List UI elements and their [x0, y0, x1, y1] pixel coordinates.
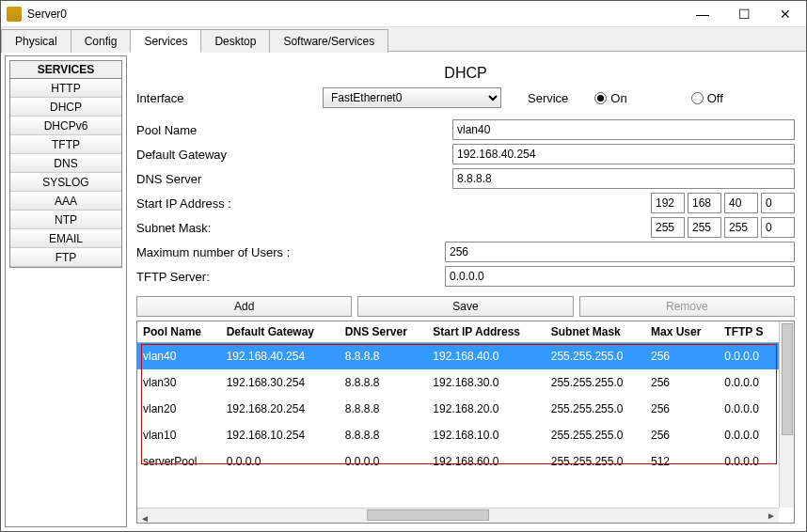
dns-input[interactable] [452, 168, 795, 189]
start-ip-label: Start IP Address : [136, 196, 315, 211]
radio-off-icon [691, 92, 704, 104]
scroll-right-icon[interactable]: ► [764, 509, 779, 522]
start-ip-octet-2[interactable] [688, 193, 721, 213]
col-header[interactable]: DNS Server [340, 321, 427, 343]
pool-table: Pool NameDefault GatewayDNS ServerStart … [137, 321, 779, 475]
main-tabs: PhysicalConfigServicesDesktopSoftware/Se… [1, 27, 806, 52]
start-ip-octet-3[interactable] [724, 193, 758, 213]
service-on-radio[interactable]: On [594, 91, 626, 105]
sidebar-item-tftp[interactable]: TFTP [10, 135, 121, 154]
content-area: SERVICES HTTPDHCPDHCPv6TFTPDNSSYSLOGAAAN… [1, 52, 806, 531]
page-title: DHCP [136, 65, 795, 82]
tftp-input[interactable] [445, 266, 795, 287]
pool-name-label: Pool Name [136, 123, 315, 137]
col-header[interactable]: Default Gateway [221, 321, 340, 343]
sidebar-item-dhcp[interactable]: DHCP [10, 98, 121, 117]
remove-button[interactable]: Remove [579, 296, 795, 317]
minimize-button[interactable]: — [682, 1, 723, 27]
start-ip-octet-4[interactable] [761, 193, 795, 213]
col-header[interactable]: Start IP Address [427, 321, 545, 343]
scroll-left-icon[interactable]: ◄ [137, 512, 152, 524]
service-label: Service [528, 91, 568, 105]
app-icon [7, 7, 22, 22]
titlebar: Server0 — ☐ ✕ [1, 1, 806, 27]
sidebar-item-http[interactable]: HTTP [10, 79, 121, 98]
sidebar-item-aaa[interactable]: AAA [10, 192, 121, 211]
mask-octet-2[interactable] [688, 217, 721, 238]
table-row[interactable]: vlan20192.168.20.2548.8.8.8192.168.20.02… [137, 396, 779, 422]
mask-octet-3[interactable] [724, 217, 758, 238]
gateway-input[interactable] [452, 144, 795, 164]
window-title: Server0 [27, 8, 682, 21]
max-users-input[interactable] [445, 242, 795, 262]
sidebar-item-ntp[interactable]: NTP [10, 211, 121, 229]
table-row[interactable]: vlan10192.168.10.2548.8.8.8192.168.10.02… [137, 422, 779, 448]
col-header[interactable]: Subnet Mask [546, 321, 645, 343]
interface-label: Interface [136, 91, 315, 105]
tab-physical[interactable]: Physical [1, 29, 71, 53]
tftp-label: TFTP Server: [136, 270, 437, 284]
sidebar-item-dhcpv6[interactable]: DHCPv6 [10, 117, 121, 135]
table-row[interactable]: vlan40192.168.40.2548.8.8.8192.168.40.02… [137, 343, 779, 370]
tab-softwareservices[interactable]: Software/Services [269, 29, 388, 53]
horizontal-scrollbar[interactable]: ◄ ► [137, 508, 779, 523]
close-button[interactable]: ✕ [765, 1, 806, 27]
save-button[interactable]: Save [357, 296, 573, 317]
dhcp-panel: DHCP Interface FastEthernet0 Service On … [134, 55, 802, 527]
pool-name-input[interactable] [452, 119, 795, 140]
gateway-label: Default Gateway [136, 148, 315, 162]
tab-config[interactable]: Config [71, 29, 132, 53]
tab-desktop[interactable]: Desktop [200, 29, 270, 53]
table-row[interactable]: serverPool0.0.0.00.0.0.0192.168.60.0255.… [137, 448, 779, 475]
sidebar-header: SERVICES [10, 61, 121, 79]
max-users-label: Maximum number of Users : [136, 245, 437, 259]
interface-select[interactable]: FastEthernet0 [323, 87, 501, 108]
mask-octet-1[interactable] [651, 217, 685, 238]
mask-label: Subnet Mask: [136, 221, 315, 235]
maximize-button[interactable]: ☐ [723, 1, 765, 27]
pool-table-container: Pool NameDefault GatewayDNS ServerStart … [136, 321, 795, 524]
col-header[interactable]: Max User [645, 321, 719, 343]
vertical-scrollbar[interactable] [779, 321, 794, 508]
mask-octet-4[interactable] [761, 217, 795, 238]
table-row[interactable]: vlan30192.168.30.2548.8.8.8192.168.30.02… [137, 369, 779, 396]
col-header[interactable]: Pool Name [137, 321, 221, 343]
services-sidebar: SERVICES HTTPDHCPDHCPv6TFTPDNSSYSLOGAAAN… [5, 55, 127, 527]
sidebar-item-ftp[interactable]: FTP [10, 248, 121, 267]
col-header[interactable]: TFTP S [719, 321, 779, 343]
add-button[interactable]: Add [136, 296, 352, 317]
sidebar-item-syslog[interactable]: SYSLOG [10, 173, 121, 192]
sidebar-item-email[interactable]: EMAIL [10, 229, 121, 248]
radio-on-icon [594, 92, 607, 104]
start-ip-octet-1[interactable] [651, 193, 685, 213]
sidebar-item-dns[interactable]: DNS [10, 154, 121, 173]
dns-label: DNS Server [136, 172, 315, 186]
tab-services[interactable]: Services [130, 29, 201, 53]
app-window: Server0 — ☐ ✕ PhysicalConfigServicesDesk… [0, 0, 807, 532]
service-off-radio[interactable]: Off [691, 91, 723, 105]
